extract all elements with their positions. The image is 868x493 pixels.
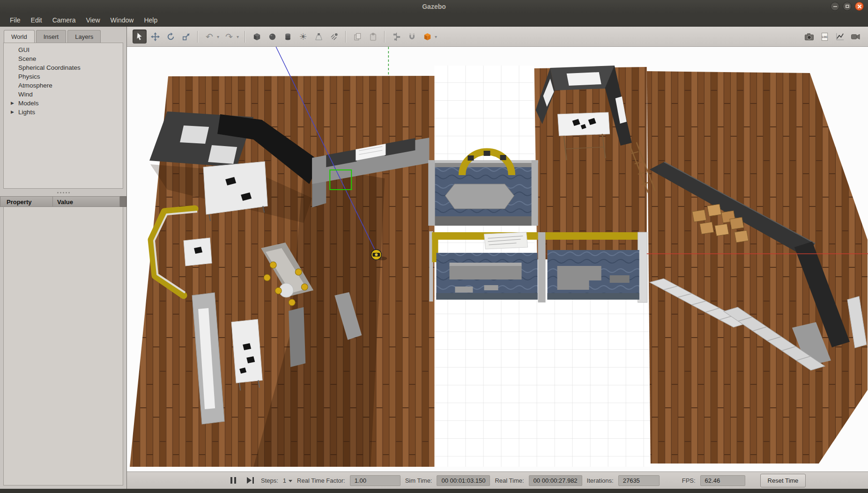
rotate-icon [166, 32, 175, 41]
tree-item-label: Scene [18, 55, 36, 62]
tree-item-label: Wind [18, 91, 33, 98]
maximize-button[interactable] [843, 2, 852, 11]
translate-tool-button[interactable] [148, 29, 162, 44]
cube-icon [252, 32, 261, 41]
window-title: Gazebo [422, 3, 446, 10]
toolbar-separator [384, 31, 385, 43]
fps-label: FPS: [682, 477, 696, 484]
point-light-button[interactable]: ☀ [296, 29, 310, 44]
view-angle-dropdown[interactable]: ▾ [433, 34, 438, 39]
step-button[interactable] [244, 474, 256, 486]
tree-item-label: Atmosphere [18, 82, 52, 89]
property-table-body [3, 207, 123, 486]
minimize-button[interactable] [831, 2, 839, 11]
value-column-header[interactable]: Value [53, 196, 120, 207]
expand-arrow-icon[interactable]: ▶ [11, 101, 14, 105]
worktable-3[interactable] [231, 319, 262, 390]
reset-time-button[interactable]: Reset Time [760, 474, 806, 487]
real-time-field[interactable]: 00 00:00:27.982 [529, 475, 582, 486]
lobby-room[interactable] [428, 160, 538, 226]
menu-view[interactable]: View [81, 14, 105, 26]
tree-item-spherical-coordinates[interactable]: Spherical Coordinates [4, 63, 123, 72]
tree-item-models[interactable]: ▶Models [4, 99, 123, 108]
magnet-icon [408, 32, 416, 41]
cursor-arrow-icon [135, 32, 144, 41]
align-icon [392, 32, 401, 41]
copy-button[interactable] [350, 29, 364, 44]
steps-stepper[interactable]: 1 [283, 477, 292, 484]
render-toolbar: ↶ ▾ ↷ ▾ ☀ [127, 27, 868, 47]
render-viewport[interactable] [127, 47, 868, 471]
menu-window[interactable]: Window [105, 14, 139, 26]
paste-icon [369, 32, 378, 41]
panel-tabs: World Insert Layers [0, 27, 126, 43]
paste-button[interactable] [366, 29, 380, 44]
plot-icon [836, 32, 845, 41]
real-time-factor-field[interactable]: 1.00 [350, 475, 401, 486]
screenshot-button[interactable] [802, 29, 816, 44]
directional-light-icon [330, 32, 339, 41]
tree-item-lights[interactable]: ▶Lights [4, 108, 123, 117]
snap-tool-button[interactable] [405, 29, 419, 44]
insert-sphere-button[interactable] [265, 29, 279, 44]
tree-item-atmosphere[interactable]: Atmosphere [4, 81, 123, 90]
video-record-button[interactable] [848, 29, 862, 44]
plot-utility-button[interactable] [833, 29, 847, 44]
select-tool-button[interactable] [133, 29, 147, 44]
iterations-field[interactable]: 27635 [618, 475, 660, 486]
room-divider-wall [538, 232, 546, 302]
insert-cylinder-button[interactable] [281, 29, 295, 44]
world-tree: GUI Scene Spherical Coordinates Physics … [3, 43, 123, 189]
worktable-2[interactable] [184, 238, 212, 266]
tab-insert[interactable]: Insert [36, 30, 67, 43]
log-file-icon: LOG [820, 32, 829, 41]
camera-icon [804, 32, 814, 41]
panel-splitter[interactable] [0, 189, 126, 196]
window-bottom-edge [0, 489, 868, 493]
redo-history-dropdown[interactable]: ▾ [235, 34, 240, 39]
sim-time-field[interactable]: 00 00:01:03.150 [437, 475, 490, 486]
close-button[interactable] [855, 2, 864, 11]
menu-file[interactable]: File [5, 14, 26, 26]
menu-camera[interactable]: Camera [47, 14, 81, 26]
window-buttons [831, 2, 864, 11]
align-tool-button[interactable] [389, 29, 403, 44]
left-panel: World Insert Layers GUI Scene Spherical … [0, 27, 127, 489]
tree-item-wind[interactable]: Wind [4, 90, 123, 99]
tree-item-scene[interactable]: Scene [4, 54, 123, 63]
tab-layers[interactable]: Layers [67, 30, 101, 43]
spot-light-button[interactable] [312, 29, 326, 44]
tree-item-label: Lights [18, 109, 35, 116]
expand-arrow-icon[interactable]: ▶ [11, 110, 14, 114]
tab-world[interactable]: World [4, 30, 35, 43]
step-forward-icon [247, 477, 254, 484]
property-column-header[interactable]: Property [0, 196, 53, 207]
data-logger-button[interactable]: LOG [817, 29, 831, 44]
sim-time-label: Sim Time: [405, 477, 432, 484]
real-time-label: Real Time: [495, 477, 524, 484]
toolbar-separator [345, 31, 346, 43]
undo-button[interactable]: ↶ [202, 29, 216, 44]
pause-icon [230, 477, 236, 484]
insert-box-button[interactable] [250, 29, 264, 44]
tree-item-gui[interactable]: GUI [4, 45, 123, 54]
rotate-tool-button[interactable] [163, 29, 178, 44]
pause-button[interactable] [227, 474, 239, 486]
menu-help[interactable]: Help [139, 14, 163, 26]
fps-field[interactable]: 62.46 [700, 475, 745, 486]
toolbar-separator [197, 31, 198, 43]
scale-tool-button[interactable] [179, 29, 193, 44]
tree-item-physics[interactable]: Physics [4, 72, 123, 81]
directional-light-button[interactable] [327, 29, 341, 44]
redo-button[interactable]: ↷ [222, 29, 236, 44]
menu-edit[interactable]: Edit [26, 14, 47, 26]
3d-scene[interactable] [127, 47, 868, 471]
tree-item-label: Physics [18, 73, 40, 80]
undo-history-dropdown[interactable]: ▾ [215, 34, 221, 39]
close-icon [857, 4, 862, 9]
steps-label: Steps: [261, 477, 278, 484]
tree-item-label: GUI [18, 46, 30, 53]
tree-item-label: Spherical Coordinates [18, 64, 81, 71]
view-angle-button[interactable] [420, 29, 434, 44]
orange-cube-icon [423, 32, 432, 41]
